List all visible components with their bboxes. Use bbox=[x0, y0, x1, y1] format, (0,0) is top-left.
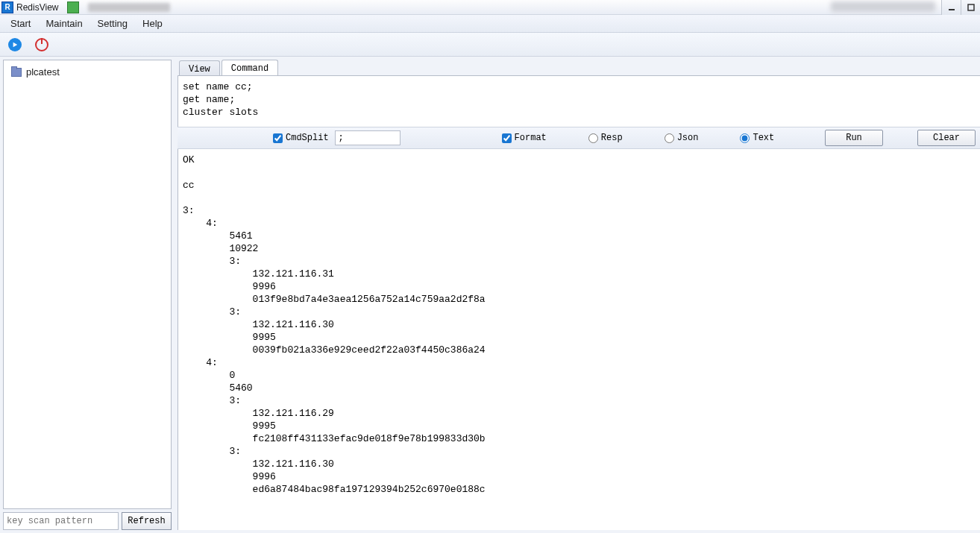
database-icon bbox=[11, 68, 22, 77]
menu-help[interactable]: Help bbox=[135, 16, 170, 31]
menu-setting[interactable]: Setting bbox=[90, 16, 135, 31]
minimize-button[interactable] bbox=[941, 0, 961, 15]
cmdsplit-label: CmdSplit bbox=[286, 133, 329, 143]
command-input[interactable]: set name cc; get name; cluster slots bbox=[178, 76, 980, 127]
tree-item[interactable]: plcatest bbox=[7, 65, 168, 79]
menu-start[interactable]: Start bbox=[3, 16, 38, 31]
play-icon bbox=[8, 38, 22, 51]
tab-bar: View Command bbox=[178, 60, 980, 76]
clear-button[interactable]: Clear bbox=[917, 130, 976, 146]
svg-marker-2 bbox=[13, 42, 18, 46]
tree-item-label: plcatest bbox=[26, 66, 60, 78]
maximize-button[interactable] bbox=[961, 0, 980, 15]
json-label: Json bbox=[677, 133, 699, 143]
connection-tree[interactable]: plcatest bbox=[3, 60, 172, 509]
refresh-button[interactable]: Refresh bbox=[122, 512, 172, 530]
blurred-subtitle bbox=[88, 3, 170, 12]
split-char-input[interactable] bbox=[335, 130, 401, 145]
text-radio-control[interactable]: Text bbox=[740, 133, 774, 143]
main-area: plcatest Refresh View Command set name c… bbox=[0, 57, 980, 533]
cmdsplit-checkbox[interactable] bbox=[273, 133, 283, 143]
run-button[interactable]: Run bbox=[825, 130, 883, 146]
blurred-controls bbox=[831, 1, 935, 12]
svg-rect-1 bbox=[968, 4, 974, 10]
resp-label: Resp bbox=[601, 133, 623, 143]
app-icon: R bbox=[1, 1, 13, 13]
json-radio[interactable] bbox=[665, 133, 674, 143]
power-icon bbox=[35, 38, 48, 51]
text-label: Text bbox=[753, 133, 774, 143]
format-label: Format bbox=[515, 133, 547, 143]
sidebar: plcatest Refresh bbox=[3, 60, 172, 530]
app-title: RedisView bbox=[16, 2, 58, 13]
menu-maintain[interactable]: Maintain bbox=[38, 16, 89, 31]
text-radio[interactable] bbox=[740, 133, 750, 143]
toolbar bbox=[0, 33, 980, 57]
resp-radio-control[interactable]: Resp bbox=[588, 133, 623, 143]
controls-bar: CmdSplit Format Resp Json Text bbox=[178, 127, 980, 149]
tab-command[interactable]: Command bbox=[222, 60, 278, 75]
tab-view[interactable]: View bbox=[179, 60, 220, 75]
cmdsplit-control[interactable]: CmdSplit bbox=[273, 133, 329, 143]
svg-rect-0 bbox=[949, 9, 955, 10]
content-area: View Command set name cc; get name; clus… bbox=[178, 60, 980, 530]
run-tool-button[interactable] bbox=[6, 36, 24, 54]
format-control[interactable]: Format bbox=[502, 133, 547, 143]
format-checkbox[interactable] bbox=[502, 133, 512, 143]
menubar: Start Maintain Setting Help bbox=[0, 15, 980, 33]
key-scan-pattern-input[interactable] bbox=[3, 512, 119, 530]
output-area[interactable]: OK cc 3: 4: 5461 10922 3: 132.121.116.31… bbox=[178, 149, 980, 530]
json-radio-control[interactable]: Json bbox=[665, 133, 699, 143]
resp-radio[interactable] bbox=[588, 133, 598, 143]
stop-tool-button[interactable] bbox=[33, 36, 51, 54]
secondary-icon bbox=[67, 1, 79, 13]
titlebar: R RedisView bbox=[0, 0, 980, 15]
